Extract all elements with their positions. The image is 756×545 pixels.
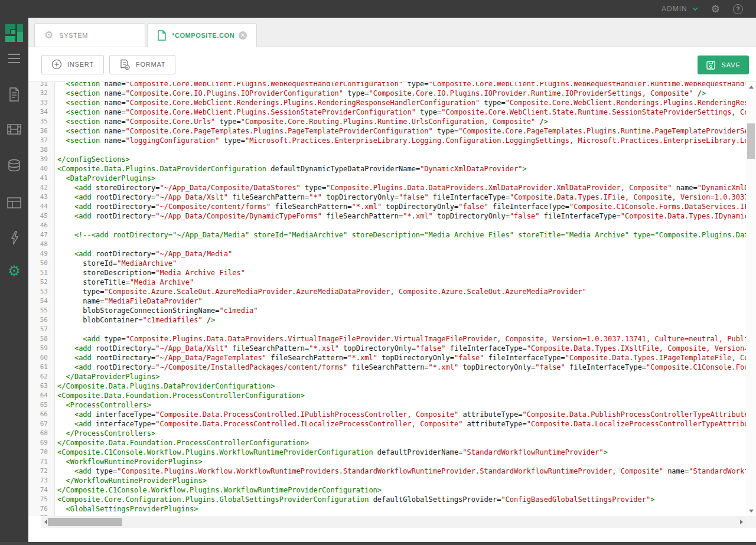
admin-menu[interactable]: ADMIN <box>662 5 698 13</box>
scroll-right-arrow-icon[interactable] <box>740 520 743 524</box>
code-line[interactable]: 43 <add rootDirectory="~/App_Data/Xslt" … <box>28 192 756 202</box>
code-text[interactable]: <section name="Composite.Core.PageTempla… <box>55 126 756 136</box>
code-line[interactable]: 53 type="Composite.Azure.ScaleOut.AzureM… <box>28 287 756 296</box>
scroll-up-arrow-icon[interactable] <box>749 86 754 89</box>
code-text[interactable]: <add storeDirectory="~/App_Data/Composit… <box>55 183 756 192</box>
code-text[interactable]: </WorkflowRuntimeProviderPlugins> <box>55 476 207 485</box>
code-text[interactable]: storeTitle="Media Archive" <box>55 278 194 287</box>
code-text[interactable]: <add rootDirectory="~/Composite/Installe… <box>55 363 756 372</box>
code-text[interactable]: <Composite.C1Console.Workflow.Plugins.Wo… <box>55 448 608 457</box>
code-text[interactable] <box>55 145 57 155</box>
code-text[interactable]: </Composite.C1Console.Workflow.Plugins.W… <box>55 485 382 495</box>
save-button[interactable]: SAVE <box>698 56 749 74</box>
code-text[interactable]: name="MediaFileDataProvider" <box>55 296 203 306</box>
tab-composite-config[interactable]: *COMPOSITE.CONFIG ✕ <box>147 23 257 47</box>
code-text[interactable]: </DataProviderPlugins> <box>55 372 159 381</box>
code-text[interactable]: <GlobalSettingsProviderPlugins> <box>55 504 198 514</box>
sidebar-item-media[interactable] <box>0 122 28 136</box>
scroll-down-arrow-icon[interactable] <box>749 510 754 513</box>
help-icon[interactable]: ? <box>733 4 743 14</box>
code-lines[interactable]: 31 <section name="Composite.Core.WebClie… <box>28 82 756 523</box>
code-line[interactable]: 31 <section name="Composite.Core.WebClie… <box>28 82 756 89</box>
code-line[interactable]: 56 blobContainer="c1mediafiles" /> <box>28 315 756 325</box>
code-line[interactable]: 60 <add rootDirectory="~/App_Data/PageTe… <box>28 353 756 363</box>
code-line[interactable]: 39</configSections> <box>28 155 756 164</box>
code-line[interactable]: 34 <section name="Composite.Core.WebClie… <box>28 107 756 117</box>
sidebar-item-content[interactable] <box>0 87 28 102</box>
format-button[interactable]: FORMAT <box>109 55 175 74</box>
scroll-left-arrow-icon[interactable] <box>44 520 47 524</box>
code-text[interactable]: </ProcessControllers> <box>55 429 155 438</box>
code-text[interactable]: <section name="Composite.Core.IO.Plugins… <box>55 89 706 98</box>
vertical-scrollbar[interactable] <box>746 82 756 516</box>
code-text[interactable]: <DataProviderPlugins> <box>55 174 155 183</box>
code-line[interactable]: 41 <DataProviderPlugins> <box>28 174 756 183</box>
code-text[interactable] <box>55 325 57 334</box>
code-text[interactable]: <Composite.Data.Foundation.ProcessContro… <box>55 391 305 400</box>
code-line[interactable]: 76 <GlobalSettingsProviderPlugins> <box>28 504 756 514</box>
code-line[interactable]: 64<Composite.Data.Foundation.ProcessCont… <box>28 391 756 400</box>
code-line[interactable]: 69</Composite.Data.Foundation.ProcessCon… <box>28 438 756 448</box>
horizontal-scrollbar[interactable] <box>41 516 746 528</box>
code-line[interactable]: 68 </ProcessControllers> <box>28 429 756 438</box>
code-text[interactable]: blobStorageConnectionStringName="c1media… <box>55 306 258 315</box>
code-line[interactable]: 33 <section name="Composite.Core.WebClie… <box>28 98 756 107</box>
code-text[interactable] <box>55 240 57 249</box>
code-text[interactable]: <section name="Composite.Core.Urls" type… <box>55 117 548 126</box>
code-line[interactable]: 70<Composite.C1Console.Workflow.Plugins.… <box>28 448 756 457</box>
code-editor[interactable]: 31 <section name="Composite.Core.WebClie… <box>28 82 756 528</box>
horizontal-scrollbar-thumb[interactable] <box>48 518 122 526</box>
code-text[interactable]: blobContainer="c1mediafiles" /> <box>55 315 215 325</box>
c1-logo-icon[interactable] <box>5 24 23 42</box>
sidebar-item-functions[interactable] <box>0 230 28 246</box>
code-line[interactable]: 75<Composite.Core.Configuration.Plugins.… <box>28 495 756 504</box>
code-text[interactable]: <add type="Composite.Plugins.Workflow.Wo… <box>55 466 756 476</box>
sidebar-item-data[interactable] <box>0 158 28 174</box>
code-text[interactable] <box>55 221 57 230</box>
code-text[interactable]: <add type="Composite.Plugins.Data.DataPr… <box>55 334 756 344</box>
code-text[interactable]: <Composite.Core.Configuration.Plugins.Gl… <box>55 495 655 504</box>
code-line[interactable]: 46 <box>28 221 756 230</box>
code-line[interactable]: 74</Composite.C1Console.Workflow.Plugins… <box>28 485 756 495</box>
code-line[interactable]: 44 <add rootDirectory="~/Composite/conte… <box>28 202 756 211</box>
code-line[interactable]: 66 <add interfaceType="Composite.Data.Pr… <box>28 410 756 419</box>
code-text[interactable]: <add rootDirectory="~/Composite/content/… <box>55 202 756 211</box>
code-line[interactable]: 71 <WorkflowRuntimeProviderPlugins> <box>28 457 756 466</box>
code-text[interactable]: </Composite.Data.Foundation.ProcessContr… <box>55 438 309 448</box>
close-icon[interactable]: ✕ <box>239 31 247 40</box>
code-text[interactable]: <add interfaceType="Composite.Data.Proce… <box>55 419 756 429</box>
code-line[interactable]: 35 <section name="Composite.Core.Urls" t… <box>28 117 756 126</box>
code-text[interactable]: <Composite.Data.Plugins.DataProviderConf… <box>55 164 527 174</box>
code-line[interactable]: 38 <box>28 145 756 155</box>
code-text[interactable]: type="Composite.Azure.ScaleOut.AzureMedi… <box>55 287 586 296</box>
code-line[interactable]: 67 <add interfaceType="Composite.Data.Pr… <box>28 419 756 429</box>
insert-button[interactable]: INSERT <box>41 55 104 74</box>
code-text[interactable]: <section name="Composite.Core.WebClient.… <box>55 107 756 117</box>
code-line[interactable]: 73 </WorkflowRuntimeProviderPlugins> <box>28 476 756 485</box>
code-text[interactable]: <section name="Composite.Core.WebClient.… <box>55 82 756 89</box>
code-line[interactable]: 54 name="MediaFileDataProvider" <box>28 296 756 306</box>
code-line[interactable]: 61 <add rootDirectory="~/Composite/Insta… <box>28 363 756 372</box>
code-line[interactable]: 52 storeTitle="Media Archive" <box>28 278 756 287</box>
code-line[interactable]: 32 <section name="Composite.Core.IO.Plug… <box>28 89 756 98</box>
code-text[interactable]: <add interfaceType="Composite.Data.Proce… <box>55 410 756 419</box>
code-line[interactable]: 57 <box>28 325 756 334</box>
vertical-scrollbar-thumb[interactable] <box>747 123 755 159</box>
sidebar-item-system[interactable]: ⚙ <box>0 264 28 278</box>
code-text[interactable]: </configSections> <box>55 155 130 164</box>
code-text[interactable]: <section name="loggingConfiguration" typ… <box>55 136 756 145</box>
code-line[interactable]: 49 <add rootDirectory="~/App_Data/Media" <box>28 249 756 259</box>
code-text[interactable]: <add rootDirectory="~/App_Data/Media" <box>55 249 232 259</box>
code-line[interactable]: 62 </DataProviderPlugins> <box>28 372 756 381</box>
code-text[interactable]: <add rootDirectory="~/App_Data/PageTempl… <box>55 353 756 363</box>
code-text[interactable]: storeId="MediaArchive" <box>55 259 177 268</box>
code-line[interactable]: 36 <section name="Composite.Core.PageTem… <box>28 126 756 136</box>
code-text[interactable]: <add rootDirectory="~/App_Data/Composite… <box>55 211 756 221</box>
code-text[interactable]: <ProcessControllers> <box>55 400 151 410</box>
code-line[interactable]: 55 blobStorageConnectionStringName="c1me… <box>28 306 756 315</box>
code-line[interactable]: 40<Composite.Data.Plugins.DataProviderCo… <box>28 164 756 174</box>
code-line[interactable]: 65 <ProcessControllers> <box>28 400 756 410</box>
code-text[interactable]: <add rootDirectory="~/App_Data/Xslt" fil… <box>55 344 756 353</box>
code-line[interactable]: 58 <add type="Composite.Plugins.Data.Dat… <box>28 334 756 344</box>
code-line[interactable]: 47 <!--<add rootDirectory="~/App_Data/Me… <box>28 230 756 240</box>
